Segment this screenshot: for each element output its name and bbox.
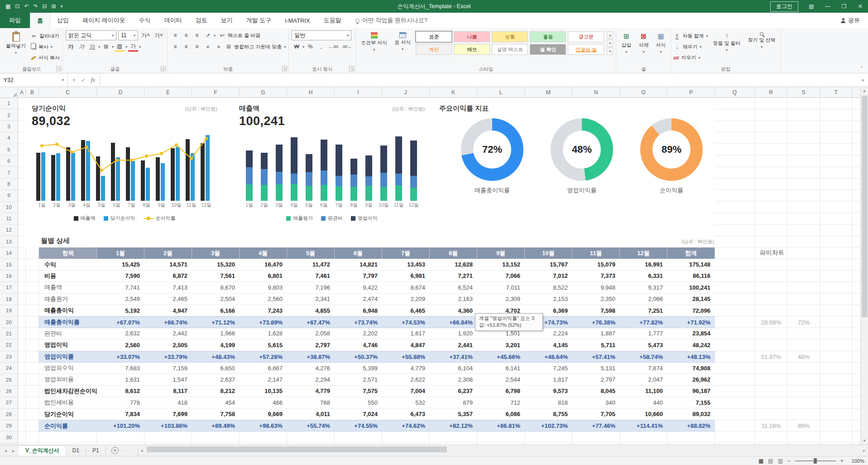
grow-font-button[interactable]: 가˄ — [140, 30, 151, 40]
cell-style-표준[interactable]: 표준 — [416, 31, 452, 42]
value-cell[interactable]: 4,360 — [430, 305, 477, 316]
row-label-cell[interactable]: 당기순이익 — [39, 408, 97, 419]
row-header-1[interactable]: 1 — [0, 98, 18, 109]
row-header-17[interactable]: 17 — [0, 282, 18, 293]
value-cell[interactable]: 6,667 — [240, 363, 287, 373]
percent-style-button[interactable]: % — [305, 42, 315, 52]
orientation-button[interactable]: ↗ — [203, 30, 213, 40]
value-cell[interactable]: 15,079 — [572, 259, 620, 270]
value-cell[interactable]: 16,470 — [240, 259, 287, 270]
tab-file[interactable]: 파일 — [0, 13, 30, 28]
share-button[interactable]: 공유 — [841, 13, 868, 28]
value-cell[interactable]: 8,522 — [525, 282, 572, 293]
tab-review[interactable]: 검토 — [189, 13, 214, 28]
total-cell[interactable]: 72,096 — [667, 305, 715, 316]
value-cell[interactable]: +57.28% — [240, 352, 287, 362]
value-cell[interactable]: 8,670 — [192, 282, 240, 293]
value-cell[interactable]: +73.74% — [335, 317, 382, 327]
value-cell[interactable]: +48.64% — [525, 352, 572, 362]
increase-decimal-button[interactable]: ←.00 — [327, 42, 340, 52]
value-cell[interactable]: 6,237 — [430, 386, 477, 397]
align-left-icon[interactable]: ≡ — [170, 42, 180, 52]
value-cell[interactable]: 4,199 — [192, 339, 240, 350]
table-header-cell[interactable]: 4월 — [240, 247, 287, 259]
value-cell[interactable]: 712 — [477, 397, 525, 408]
value-cell[interactable]: 768 — [287, 397, 335, 408]
value-cell[interactable]: 5,615 — [240, 339, 287, 350]
row-label-cell[interactable]: 매출원가 — [39, 294, 97, 305]
col-header-B[interactable]: B — [26, 87, 39, 97]
col-header-L[interactable]: L — [477, 87, 525, 97]
row-header-2[interactable]: 2 — [0, 109, 18, 121]
value-cell[interactable]: 7,251 — [620, 305, 667, 316]
value-cell[interactable]: +38.87% — [287, 352, 335, 362]
value-cell[interactable]: 2,637 — [192, 374, 240, 385]
sheet-tab-main[interactable]: V_손익계산서 — [19, 445, 66, 456]
value-cell[interactable]: +98.63% — [240, 421, 287, 431]
value-cell[interactable]: 6,465 — [382, 305, 430, 316]
format-as-table-button[interactable]: 표 서식▾ — [392, 30, 413, 53]
ribbon-options-icon[interactable]: ▤ — [804, 0, 819, 13]
cancel-entry-icon[interactable]: × — [72, 77, 76, 83]
value-cell[interactable]: 14,571 — [144, 259, 192, 270]
value-cell[interactable]: 1,631 — [97, 374, 144, 385]
align-middle-icon[interactable]: ≡ — [181, 30, 191, 40]
hscroll-right-icon[interactable]: ▸ — [860, 448, 868, 453]
value-cell[interactable]: +58.74% — [620, 352, 667, 362]
value-cell[interactable]: 7,561 — [192, 271, 240, 281]
value-cell[interactable]: 9,803 — [240, 282, 287, 293]
value-cell[interactable]: 454 — [192, 397, 240, 408]
value-cell[interactable]: 7,699 — [144, 408, 192, 419]
value-cell[interactable]: 14,821 — [335, 259, 382, 270]
value-cell[interactable]: 440 — [620, 397, 667, 408]
value-cell[interactable]: 13,453 — [382, 259, 430, 270]
row-header-19[interactable]: 19 — [0, 305, 18, 316]
donut-매출총이익률[interactable]: 72%매출총이익률 — [461, 118, 523, 194]
table-header-cell[interactable]: 6월 — [335, 247, 382, 259]
value-cell[interactable]: 6,981 — [382, 271, 430, 281]
value-cell[interactable]: 9,669 — [240, 408, 287, 419]
tell-me-box[interactable]: 어떤 작업을 원하시나요? — [355, 13, 427, 28]
fill-color-button[interactable]: ▨ — [115, 42, 125, 52]
value-cell[interactable]: 4,779 — [287, 386, 335, 397]
value-cell[interactable]: 7,590 — [97, 271, 144, 281]
value-cell[interactable]: +57.41% — [572, 352, 620, 362]
horizontal-scroll-thumb[interactable] — [147, 446, 447, 452]
value-cell[interactable]: 9,422 — [335, 282, 382, 293]
row-label-cell[interactable]: 판관비 — [39, 328, 97, 339]
row-header-11[interactable]: 11 — [0, 213, 18, 224]
value-cell[interactable]: 13,152 — [477, 259, 525, 270]
total-cell[interactable]: 7,155 — [667, 397, 715, 408]
value-cell[interactable]: +33.79% — [144, 352, 192, 362]
table-header-cell[interactable]: 9월 — [477, 247, 525, 259]
value-cell[interactable]: 2,622 — [382, 374, 430, 385]
qat-more-icon[interactable]: ⊞ — [52, 3, 56, 10]
insert-cells-button[interactable]: ⊞ 삽입▾ — [619, 30, 633, 56]
value-cell[interactable]: 12,628 — [430, 259, 477, 270]
row-label-cell[interactable]: 영업외수익 — [39, 363, 97, 373]
page-layout-view-icon[interactable]: ▤ — [768, 458, 773, 464]
value-cell[interactable]: 2,505 — [144, 339, 192, 350]
value-cell[interactable]: 7,741 — [97, 282, 144, 293]
login-button[interactable]: 로그인 — [770, 1, 798, 12]
value-cell[interactable]: 6,166 — [192, 305, 240, 316]
row-label-cell[interactable]: 영업이익 — [39, 339, 97, 350]
total-cell[interactable]: 100,241 — [667, 282, 715, 293]
row-header-9[interactable]: 9 — [0, 190, 18, 201]
row-header-13[interactable]: 13 — [0, 236, 18, 247]
value-cell[interactable]: 1,777 — [620, 328, 667, 339]
clear-button[interactable]: 지우기▾ — [674, 53, 708, 63]
font-name-combo[interactable]: 맑은 고딕▾ — [66, 30, 116, 40]
value-cell[interactable]: 6,524 — [430, 282, 477, 293]
value-cell[interactable]: +55.74% — [287, 421, 335, 431]
value-cell[interactable]: 8,117 — [144, 386, 192, 397]
tab-home[interactable]: 홈 — [30, 13, 50, 28]
value-cell[interactable]: 7,598 — [572, 305, 620, 316]
tab-view[interactable]: 보기 — [214, 13, 240, 28]
value-cell[interactable]: 6,872 — [144, 271, 192, 281]
tab-page-layout[interactable]: 페이지 레이아웃 — [76, 13, 132, 28]
value-cell[interactable]: 2,797 — [287, 339, 335, 350]
value-cell[interactable]: 7,373 — [572, 271, 620, 281]
table-header-cell[interactable]: 11월 — [572, 247, 620, 259]
redo-icon[interactable]: ↷ — [33, 3, 38, 10]
